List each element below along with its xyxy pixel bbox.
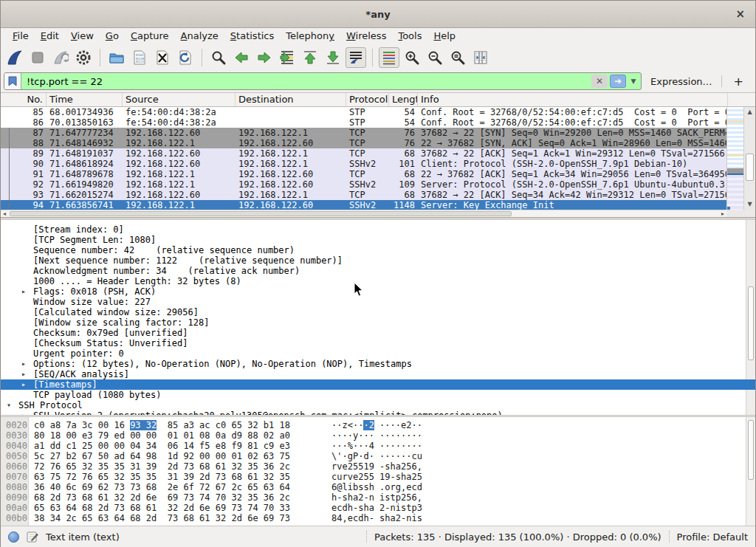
scroll-down-icon[interactable]: ▼ <box>744 200 755 209</box>
menu-edit[interactable]: Edit <box>35 29 65 43</box>
menu-statistics[interactable]: Statistics <box>224 29 280 43</box>
detail-line[interactable]: 1000 .... = Header Length: 32 bytes (8) <box>1 276 755 286</box>
detail-line[interactable]: [Calculated window size: 29056] <box>1 307 755 317</box>
hex-row-0080[interactable]: 008036 40 6c 69 62 73 73 68 2e 6f 72 67 … <box>1 482 755 492</box>
display-filter-input[interactable]: !tcp.port == 22 ✕ ➜ ▼ <box>4 72 642 90</box>
find-packet-button[interactable] <box>208 47 229 68</box>
go-back-button[interactable] <box>231 47 252 68</box>
filter-bookmark-button[interactable] <box>4 73 21 89</box>
go-last-button[interactable] <box>323 47 343 68</box>
detail-line[interactable]: [Next sequence number: 1122 (relative se… <box>1 255 755 266</box>
detail-line[interactable]: TCP payload (1080 bytes) <box>1 390 755 400</box>
packet-list-minimap[interactable] <box>726 107 743 210</box>
menu-view[interactable]: View <box>65 29 100 43</box>
go-forward-button[interactable] <box>254 47 275 68</box>
detail-line[interactable]: ▸[Timestamps] <box>1 379 755 390</box>
detail-line[interactable]: [Checksum Status: Unverified] <box>1 338 755 348</box>
collapse-icon[interactable]: ▾ <box>7 400 11 410</box>
packet-row-92[interactable]: 9271.661949820192.168.122.1192.168.122.6… <box>1 179 755 190</box>
detail-line[interactable]: ▸[SEQ/ACK analysis] <box>1 369 755 379</box>
expand-icon[interactable]: ▸ <box>21 379 26 390</box>
detail-line[interactable]: Window size value: 227 <box>1 297 755 307</box>
open-file-button[interactable] <box>106 47 127 68</box>
colorize-button[interactable] <box>379 47 399 68</box>
restart-capture-button[interactable] <box>50 47 71 68</box>
packet-row-94[interactable]: 9471.663856741192.168.122.1192.168.122.6… <box>1 200 755 210</box>
scrollbar-thumb[interactable] <box>10 211 512 216</box>
column-header-destination[interactable]: Destination <box>236 93 346 106</box>
filter-dropdown-button[interactable]: ▼ <box>628 75 639 88</box>
column-header-time[interactable]: Time <box>47 93 123 106</box>
zoom-reset-button[interactable] <box>447 47 468 68</box>
profile-text[interactable]: Profile: Default <box>677 531 748 543</box>
packet-list-horizontal-scrollbar[interactable]: ◂ ▸ <box>1 210 726 217</box>
column-header-source[interactable]: Source <box>123 93 236 106</box>
packet-row-90[interactable]: 9071.648618924192.168.122.60192.168.122.… <box>1 159 755 169</box>
resize-columns-button[interactable] <box>470 47 491 68</box>
filter-apply-button[interactable]: ➜ <box>610 75 626 88</box>
filter-clear-button[interactable]: ✕ <box>591 75 608 88</box>
menu-analyze[interactable]: Analyze <box>175 29 224 43</box>
column-header-protocol[interactable]: Protocol <box>346 93 389 106</box>
hex-row-0030[interactable]: 003080 18 00 e3 79 ed 00 00 01 01 08 0a … <box>1 430 755 441</box>
add-filter-button[interactable]: + <box>728 75 751 89</box>
hex-vertical-scrollbar[interactable] <box>746 417 755 526</box>
save-file-button[interactable]: 010101100111 <box>129 47 150 68</box>
detail-line[interactable]: ▾SSH Protocol <box>1 400 755 410</box>
detail-line[interactable]: ▸SSH Version 2 (encryption:chacha20-poly… <box>1 410 755 415</box>
hex-row-0090[interactable]: 009068 2d 73 68 61 32 2d 6e 69 73 74 70 … <box>1 492 755 503</box>
packet-row-86[interactable]: 8670.013850163fe:54:00:d4:38:2aSTP54Conf… <box>1 117 755 128</box>
menu-go[interactable]: Go <box>100 29 125 43</box>
menu-file[interactable]: File <box>7 29 35 43</box>
stop-capture-button[interactable] <box>27 47 48 68</box>
scrollbar-thumb[interactable] <box>746 154 754 182</box>
detail-line[interactable]: Checksum: 0x79ed [unverified] <box>1 328 755 338</box>
hex-row-0040[interactable]: 0040a1 dd c1 25 00 00 04 34 06 14 f5 e8 … <box>1 441 755 451</box>
menu-wireless[interactable]: Wireless <box>340 29 392 43</box>
hex-row-00a0[interactable]: 00a065 63 64 68 2d 73 68 61 32 2d 6e 69 … <box>1 503 755 513</box>
detail-line[interactable]: [Window size scaling factor: 128] <box>1 317 755 328</box>
auto-scroll-button[interactable] <box>346 47 366 68</box>
packet-row-87[interactable]: 8771.647777234192.168.122.60192.168.122.… <box>1 128 755 138</box>
menu-capture[interactable]: Capture <box>125 29 175 43</box>
expand-icon[interactable]: ▸ <box>21 369 26 379</box>
expert-info-icon[interactable] <box>8 531 19 543</box>
scroll-left-icon[interactable]: ◂ <box>1 210 8 217</box>
expand-icon[interactable]: ▸ <box>21 286 26 297</box>
detail-line[interactable]: Acknowledgment number: 34 (relative ack … <box>1 266 755 276</box>
column-header-no[interactable]: No. <box>1 93 47 106</box>
packet-row-91[interactable]: 9171.648789678192.168.122.1192.168.122.6… <box>1 169 755 179</box>
filter-text[interactable]: !tcp.port == 22 <box>21 76 591 87</box>
close-window-icon[interactable]: × <box>735 9 745 20</box>
scroll-up-icon[interactable]: ▲ <box>744 108 755 117</box>
hex-row-00b0[interactable]: 00b038 34 2c 65 63 64 68 2d 73 68 61 32 … <box>1 513 755 523</box>
packet-row-89[interactable]: 8971.648191037192.168.122.60192.168.122.… <box>1 148 755 159</box>
close-file-button[interactable] <box>152 47 173 68</box>
expression-button[interactable]: Expression… <box>647 76 715 87</box>
packet-list-vertical-scrollbar[interactable]: ▲ ▼ <box>743 107 755 210</box>
menu-help[interactable]: Help <box>427 29 461 43</box>
detail-line[interactable]: ▸Options: (12 bytes), No-Operation (NOP)… <box>1 359 755 369</box>
capture-comment-icon[interactable] <box>27 531 38 543</box>
hex-row-0020[interactable]: 0020c0 a8 7a 3c 00 16 93 32 85 a3 ac c0 … <box>1 420 755 430</box>
hex-row-0070[interactable]: 007063 75 72 76 65 32 35 35 31 39 2d 73 … <box>1 472 755 482</box>
zoom-in-button[interactable] <box>402 47 422 68</box>
packet-row-88[interactable]: 8871.648146932192.168.122.1192.168.122.6… <box>1 138 755 148</box>
scrollbar-thumb[interactable] <box>748 420 754 480</box>
menu-telephony[interactable]: Telephony <box>280 29 340 43</box>
hex-row-0050[interactable]: 00505c 27 b2 67 50 ad 64 98 1d 92 00 00 … <box>1 451 755 461</box>
detail-line[interactable]: [TCP Segment Len: 1080] <box>1 235 755 245</box>
go-to-packet-button[interactable] <box>277 47 298 68</box>
packet-row-85[interactable]: 8568.001734936fe:54:00:d4:38:2aSTP54Conf… <box>1 107 755 117</box>
expand-icon[interactable]: ▸ <box>21 359 26 369</box>
detail-line[interactable]: Sequence number: 42 (relative sequence n… <box>1 245 755 255</box>
zoom-out-button[interactable] <box>425 47 445 68</box>
capture-options-button[interactable] <box>73 47 94 68</box>
packet-row-93[interactable]: 9371.662015274192.168.122.60192.168.122.… <box>1 190 755 200</box>
start-capture-button[interactable] <box>4 47 25 68</box>
go-first-button[interactable] <box>300 47 320 68</box>
detail-line[interactable]: [Stream index: 0] <box>1 224 755 235</box>
column-header-info[interactable]: Info <box>418 93 728 106</box>
detail-line[interactable]: Urgent pointer: 0 <box>1 348 755 359</box>
expand-icon[interactable]: ▸ <box>21 410 26 415</box>
